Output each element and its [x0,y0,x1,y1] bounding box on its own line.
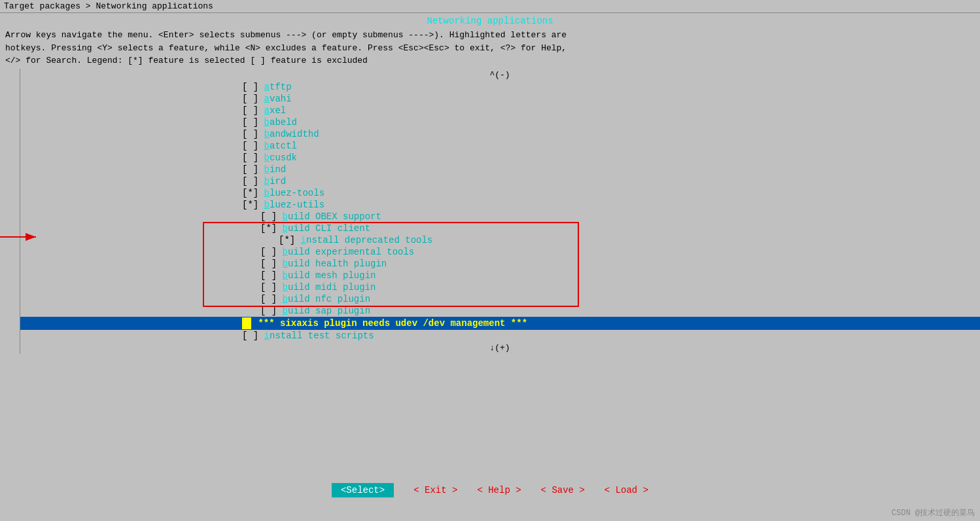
scroll-bottom-indicator: ↓(+) [20,342,980,354]
item-label-build-mesh: build mesh plugin [283,270,376,281]
menu-item-bluez-utils[interactable]: [*] bluez-utils [20,199,980,211]
menu-item-build-sap[interactable]: [ ] build sap plugin [20,305,980,317]
item-label-install-deprecated: install deprecated tools [301,235,433,245]
save-button[interactable]: < Save > [541,485,585,495]
help-button[interactable]: < Help > [477,485,521,495]
highlighted-label: *** sixaxis plugin needs udev /dev manag… [258,318,527,329]
item-label-batctl: batctl [264,141,297,151]
menu-item-build-mesh[interactable]: [ ] build mesh plugin [20,270,980,281]
menu-item-babeld[interactable]: [ ] babeld [20,117,980,128]
menu-area: ^(-) [ ] atftp[ ] avahi[ ] axel[ ] babel… [0,69,980,354]
item-label-bandwidthd: bandwidthd [264,129,319,139]
menu-item-bird[interactable]: [ ] bird [20,175,980,187]
menu-item-build-nfc[interactable]: [ ] build nfc plugin [20,293,980,305]
left-border [20,69,20,354]
select-button[interactable]: <Select> [332,483,394,497]
menu-items-list: [ ] atftp[ ] avahi[ ] axel[ ] babeld[ ] … [20,81,980,342]
menu-item-build-health[interactable]: [ ] build health plugin [20,258,980,270]
page-title: Networking applications [0,13,980,27]
menu-item-atftp[interactable]: [ ] atftp [20,81,980,93]
menu-item-batctl[interactable]: [ ] batctl [20,140,980,152]
menu-item-bcusdk[interactable]: [ ] bcusdk [20,152,980,164]
menu-item-build-obex[interactable]: [ ] build OBEX support [20,211,980,223]
item-label-bird: bird [264,176,287,187]
watermark: CSDN @技术过硬的菜鸟 [892,507,975,518]
menu-item-build-experimental[interactable]: [ ] build experimental tools [20,246,980,258]
item-label-build-cli: build CLI client [283,223,370,234]
item-label-bluez-tools: bluez-tools [264,188,324,198]
item-label-axel: axel [264,105,287,116]
scroll-top-indicator: ^(-) [20,69,980,81]
menu-item-avahi[interactable]: [ ] avahi [20,93,980,105]
menu-item-build-midi[interactable]: [ ] build midi plugin [20,281,980,293]
item-label-bluez-utils: bluez-utils [264,200,324,210]
item-label-build-midi: build midi plugin [283,282,376,293]
item-label-build-experimental: build experimental tools [283,247,415,257]
breadcrumb-bar: Target packages > Networking application… [0,0,980,13]
terminal-window: Target packages > Networking application… [0,0,980,521]
menu-item-install-deprecated[interactable]: [*] install deprecated tools [20,234,980,246]
item-label-build-health: build health plugin [283,259,387,269]
item-label-install-test: install test scripts [264,331,374,341]
menu-item-bind[interactable]: [ ] bind [20,164,980,175]
menu-item-bluez-tools[interactable]: [*] bluez-tools [20,187,980,199]
item-label-build-nfc: build nfc plugin [283,294,370,304]
item-label-atftp: atftp [264,82,292,92]
item-label-babeld: babeld [264,117,297,128]
item-label-build-obex: build OBEX support [283,211,381,222]
item-label-bind: bind [264,164,287,175]
item-label-bcusdk: bcusdk [264,153,297,163]
menu-item-install-test[interactable]: [ ] install test scripts [20,330,980,342]
exit-button[interactable]: < Exit > [413,485,457,495]
help-text: Arrow keys navigate the menu. <Enter> se… [0,27,980,69]
menu-item-build-cli[interactable]: [*] build CLI client [20,223,980,234]
yellow-indicator [242,317,251,329]
menu-item-sixaxis[interactable]: *** sixaxis plugin needs udev /dev manag… [20,317,980,330]
menu-item-bandwidthd[interactable]: [ ] bandwidthd [20,128,980,140]
breadcrumb: Target packages > Networking application… [4,1,213,11]
item-label-build-sap: build sap plugin [283,306,370,316]
bottom-toolbar: <Select> < Exit > < Help > < Save > < Lo… [0,479,980,501]
item-label-avahi: avahi [264,94,292,104]
menu-item-axel[interactable]: [ ] axel [20,105,980,117]
load-button[interactable]: < Load > [604,485,648,495]
